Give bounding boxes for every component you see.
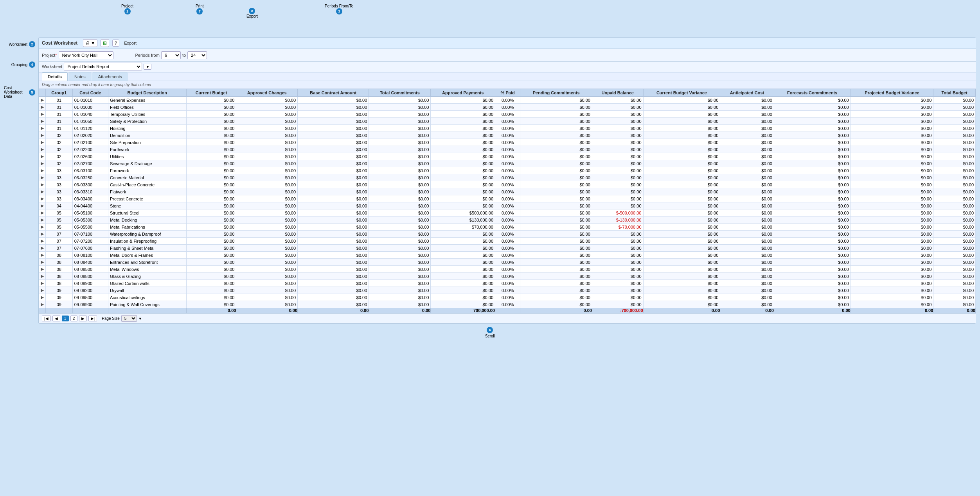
- row-group1: 01: [46, 125, 73, 132]
- toolbar: Cost Worksheet 🖨 ▼ ⊞ ? Export: [39, 38, 976, 49]
- row-expander[interactable]: ▶: [39, 97, 46, 104]
- print-button[interactable]: 🖨 ▼: [83, 39, 97, 47]
- row-expander[interactable]: ▶: [39, 252, 46, 259]
- row-expander[interactable]: ▶: [39, 231, 46, 238]
- row-expander[interactable]: ▶: [39, 259, 46, 266]
- row-total-commitments: $0.00: [369, 146, 431, 153]
- row-expander[interactable]: ▶: [39, 146, 46, 153]
- row-expander[interactable]: ▶: [39, 280, 46, 287]
- col-approved-payments[interactable]: Approved Payments: [431, 89, 495, 97]
- row-expander[interactable]: ▶: [39, 139, 46, 146]
- row-expander[interactable]: ▶: [39, 202, 46, 209]
- row-expander[interactable]: ▶: [39, 153, 46, 160]
- page-1-button[interactable]: 1: [62, 316, 69, 321]
- page-2-button[interactable]: 2: [70, 316, 77, 321]
- col-desc[interactable]: Budget Description: [108, 89, 186, 97]
- row-expander[interactable]: ▶: [39, 209, 46, 216]
- row-total-commitments: $0.00: [369, 125, 431, 132]
- row-expander[interactable]: ▶: [39, 132, 46, 139]
- page-next-button[interactable]: ▶: [79, 316, 87, 321]
- row-approved-changes: $0.00: [236, 280, 298, 287]
- col-total-budget[interactable]: Total Budget: [933, 89, 976, 97]
- periods-to-select[interactable]: 24: [187, 51, 207, 59]
- row-group1: 01: [46, 118, 73, 125]
- col-base-contract[interactable]: Base Contract Amount: [298, 89, 369, 97]
- row-forecast: $0.00: [774, 160, 851, 167]
- page-size-select[interactable]: 5 10 25: [121, 315, 137, 322]
- row-approved-changes: $0.00: [236, 97, 298, 104]
- row-pending: $0.00: [520, 146, 592, 153]
- row-current-budget: $0.00: [186, 266, 236, 273]
- row-expander[interactable]: ▶: [39, 224, 46, 231]
- project-select[interactable]: New York City Hall: [59, 51, 113, 59]
- help-button[interactable]: ?: [112, 40, 119, 47]
- row-group1: 05: [46, 209, 73, 216]
- row-approved-changes: $0.00: [236, 160, 298, 167]
- col-anticipated[interactable]: Anticipated Cost: [720, 89, 774, 97]
- row-expander[interactable]: ▶: [39, 245, 46, 252]
- col-pbv[interactable]: Projected Budget Variance: [851, 89, 933, 97]
- table-row: ▶ 03 03-03300 Cast-In-Place Concrete $0.…: [39, 181, 976, 188]
- row-total-commitments: $0.00: [369, 224, 431, 231]
- tab-details[interactable]: Details: [42, 72, 68, 81]
- row-pbv: $0.00: [851, 132, 933, 139]
- row-expander[interactable]: ▶: [39, 301, 46, 308]
- page-first-button[interactable]: |◀: [42, 316, 51, 321]
- col-group1[interactable]: Group1: [46, 89, 73, 97]
- col-current-budget[interactable]: Current Budget: [186, 89, 236, 97]
- row-expander[interactable]: ▶: [39, 174, 46, 181]
- row-expander[interactable]: ▶: [39, 195, 46, 202]
- table-header-row: Group1 Cost Code Budget Description Curr…: [39, 89, 976, 97]
- annotation-badge-periods: 3: [336, 8, 342, 14]
- worksheet-dropdown-button[interactable]: ▼: [144, 64, 151, 70]
- row-expander[interactable]: ▶: [39, 238, 46, 245]
- row-expander[interactable]: ▶: [39, 188, 46, 195]
- row-expander[interactable]: ▶: [39, 160, 46, 167]
- row-expander[interactable]: ▶: [39, 125, 46, 132]
- row-expander[interactable]: ▶: [39, 111, 46, 118]
- periods-from-select[interactable]: 6: [161, 51, 181, 59]
- excel-export-button[interactable]: ⊞: [101, 39, 109, 47]
- page-prev-button[interactable]: ◀: [52, 316, 60, 321]
- row-total-commitments: $0.00: [369, 273, 431, 280]
- col-costcode[interactable]: Cost Code: [72, 89, 108, 97]
- row-expander[interactable]: ▶: [39, 273, 46, 280]
- row-expander[interactable]: ▶: [39, 294, 46, 301]
- col-unpaid[interactable]: Unpaid Balance: [592, 89, 643, 97]
- page-size-down-icon[interactable]: ▼: [138, 317, 142, 321]
- row-expander[interactable]: ▶: [39, 118, 46, 125]
- row-expander[interactable]: ▶: [39, 266, 46, 273]
- row-total-commitments: $0.00: [369, 153, 431, 160]
- row-base-contract: $0.00: [298, 294, 369, 301]
- row-group1: 03: [46, 195, 73, 202]
- row-pbv: $0.00: [851, 104, 933, 111]
- page-last-button[interactable]: ▶|: [88, 316, 97, 321]
- row-expander[interactable]: ▶: [39, 287, 46, 294]
- row-total-commitments: $0.00: [369, 287, 431, 294]
- row-anticipated: $0.00: [720, 174, 774, 181]
- col-cbv[interactable]: Current Budget Variance: [643, 89, 720, 97]
- worksheet-select[interactable]: Project Details Report: [64, 63, 142, 70]
- footer-code: [72, 308, 108, 313]
- row-forecast: $0.00: [774, 167, 851, 174]
- row-pct-paid: 0.00%: [495, 259, 520, 266]
- col-approved-changes[interactable]: Approved Changes: [236, 89, 298, 97]
- row-total-budget: $0.00: [933, 132, 976, 139]
- col-pending[interactable]: Pending Commitments: [520, 89, 592, 97]
- col-forecast[interactable]: Forecasts Commitments: [774, 89, 851, 97]
- col-total-commitments[interactable]: Total Commitments: [369, 89, 431, 97]
- row-expander[interactable]: ▶: [39, 216, 46, 224]
- row-pct-paid: 0.00%: [495, 195, 520, 202]
- row-expander[interactable]: ▶: [39, 167, 46, 174]
- row-pending: $0.00: [520, 104, 592, 111]
- tab-attachments[interactable]: Attachments: [92, 72, 128, 81]
- row-expander[interactable]: ▶: [39, 181, 46, 188]
- tab-notes[interactable]: Notes: [68, 72, 92, 81]
- col-pct-paid[interactable]: % Paid: [495, 89, 520, 97]
- row-expander[interactable]: ▶: [39, 104, 46, 111]
- row-group1: 09: [46, 287, 73, 294]
- row-unpaid-balance: $0.00: [592, 280, 643, 287]
- row-cbv: $0.00: [643, 188, 720, 195]
- table-row: ▶ 02 02-02700 Sewerage & Drainage $0.00 …: [39, 160, 976, 167]
- row-base-contract: $0.00: [298, 181, 369, 188]
